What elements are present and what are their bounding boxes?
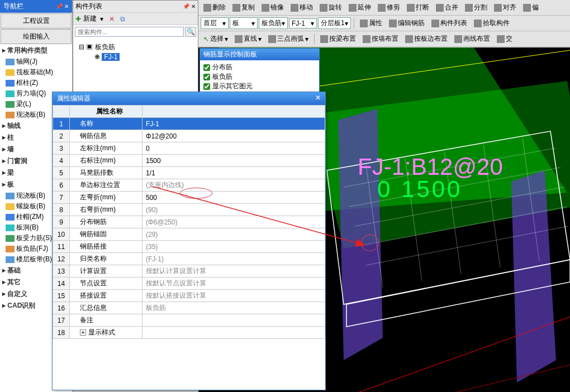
tab-huitu[interactable]: 绘图输入: [1, 29, 72, 44]
toolbar-button[interactable]: 移动: [288, 1, 316, 14]
property-row[interactable]: 17备注: [53, 314, 325, 327]
toolbar-button[interactable]: 构件列表: [429, 17, 470, 30]
property-value[interactable]: (FJ-1): [142, 253, 325, 265]
property-row[interactable]: 18+显示样式: [53, 327, 325, 339]
toolbar-button[interactable]: 修剪: [375, 1, 403, 14]
toolbar-button[interactable]: 对齐: [491, 1, 519, 14]
tree-root[interactable]: 板负筋: [95, 43, 115, 51]
property-row[interactable]: 5马凳筋排数1/1: [53, 167, 325, 179]
checkbox[interactable]: [203, 64, 210, 71]
toolbar-button[interactable]: 按板边布置: [402, 32, 450, 45]
property-value[interactable]: [142, 327, 325, 339]
annotation-target-circle: [361, 235, 379, 251]
toolbar-button[interactable]: 镜像: [259, 1, 287, 14]
property-row[interactable]: 2钢筋信息Φ12@200: [53, 130, 325, 142]
property-value[interactable]: 1/1: [142, 167, 325, 179]
search-input[interactable]: [75, 27, 184, 37]
tree-item-fj1[interactable]: FJ-1: [102, 53, 120, 61]
rebar-checkbox-item[interactable]: 分布筋: [203, 63, 316, 72]
toolbar-button[interactable]: 按墙布置: [360, 32, 401, 45]
new-button[interactable]: 新建: [83, 14, 97, 23]
property-editor-titlebar[interactable]: 属性编辑器 ✕: [53, 92, 325, 105]
copy-button[interactable]: ⧉: [120, 15, 125, 23]
property-value[interactable]: (29): [142, 228, 325, 241]
toolbar-icon: [436, 4, 444, 12]
toolbar-button[interactable]: 删除: [201, 1, 229, 14]
checkbox-label: 分布筋: [212, 63, 232, 72]
property-row[interactable]: 12归类名称(FJ-1): [53, 253, 325, 265]
toolbar-dropdown[interactable]: 板负筋▾: [259, 17, 288, 29]
component-search: 🔍: [73, 25, 198, 39]
row-number: 9: [53, 216, 70, 228]
toolbar-button[interactable]: 按梁布置: [317, 32, 359, 45]
toolbar-button[interactable]: 分割: [462, 1, 490, 14]
property-value[interactable]: 板负筋: [142, 302, 325, 314]
property-value[interactable]: (90): [142, 204, 325, 216]
nav-item[interactable]: 轴网(J): [0, 56, 72, 67]
search-button[interactable]: 🔍: [185, 27, 196, 37]
tab-gongcheng[interactable]: 工程设置: [1, 13, 72, 28]
property-value[interactable]: Φ12@200: [142, 130, 325, 142]
pin-icon[interactable]: 📌 ✕: [183, 3, 196, 9]
property-name: 单边标注位置: [70, 179, 142, 192]
nav-section[interactable]: ▸ 常用构件类型: [0, 45, 72, 56]
property-row[interactable]: 10钢筋锚固(29): [53, 228, 325, 241]
property-value[interactable]: (支座内边线): [142, 179, 325, 192]
property-row[interactable]: 13计算设置按默认计算设置计算: [53, 265, 325, 278]
property-row[interactable]: 9分布钢筋(Φ6@250): [53, 216, 325, 228]
property-value[interactable]: 按默认搭接设置计算: [142, 290, 325, 302]
toolbar-button[interactable]: 交: [494, 32, 515, 45]
toolbar-button[interactable]: 画线布置: [452, 32, 493, 45]
toolbar-button[interactable]: 复制: [230, 1, 258, 14]
toolbar-dropdown[interactable]: 首层▾: [201, 17, 229, 29]
expand-icon[interactable]: +: [80, 329, 86, 336]
property-row[interactable]: 3左标注(mm)0: [53, 142, 325, 155]
close-icon[interactable]: ✕: [315, 94, 321, 103]
toolbar-button[interactable]: ↖选择▾: [201, 32, 231, 45]
property-name: 左弯折(mm): [70, 192, 142, 204]
pin-icon[interactable]: 📌 ✕: [56, 3, 69, 9]
property-row[interactable]: 11钢筋搭接(35): [53, 241, 325, 253]
property-value[interactable]: 1500: [142, 155, 325, 167]
property-row[interactable]: 8右弯折(mm)(90): [53, 204, 325, 216]
toolbar-dropdown[interactable]: FJ-1▾: [289, 18, 317, 28]
toolbar-button[interactable]: 延伸: [346, 1, 374, 14]
component-tree[interactable]: ⊟ ▣ 板负筋 ❋ FJ-1: [73, 39, 198, 65]
toolbar-dropdown[interactable]: 板▾: [230, 17, 258, 29]
checkbox[interactable]: [203, 83, 210, 90]
property-value[interactable]: 0: [142, 142, 325, 155]
delete-button[interactable]: ✕: [109, 15, 115, 23]
toolbar-button[interactable]: 合并: [433, 1, 461, 14]
property-row[interactable]: 6单边标注位置(支座内边线): [53, 179, 325, 192]
property-value[interactable]: 500: [142, 192, 325, 204]
toolbar-dropdown[interactable]: 分层板1▾: [318, 17, 351, 29]
property-row[interactable]: 1名称FJ-1: [53, 118, 325, 130]
property-row[interactable]: 14节点设置按默认节点设置计算: [53, 278, 325, 290]
property-row[interactable]: 7左弯折(mm)500: [53, 192, 325, 204]
viewport-label-dim: 0 1500: [377, 176, 462, 203]
toolbar-button[interactable]: 编辑钢筋: [386, 17, 428, 30]
property-value[interactable]: 按默认节点设置计算: [142, 278, 325, 290]
property-value[interactable]: (Φ6@250): [142, 216, 325, 228]
toolbar-button[interactable]: 旋转: [317, 1, 345, 14]
toolbar-button[interactable]: 偏: [520, 1, 542, 14]
toolbar-button[interactable]: 拾取构件: [471, 17, 512, 30]
property-row[interactable]: 16汇总信息板负筋: [53, 302, 325, 314]
toolbar-button[interactable]: 打断: [404, 1, 432, 14]
property-value[interactable]: (35): [142, 241, 325, 253]
rebar-checkbox-item[interactable]: 板负筋: [203, 72, 316, 82]
nav-item[interactable]: 筏板基础(M): [0, 67, 72, 78]
nav-item[interactable]: 框柱(Z): [0, 78, 72, 88]
property-value[interactable]: [142, 314, 325, 327]
property-value[interactable]: FJ-1: [142, 118, 325, 130]
toolbar-button[interactable]: 三点画弧▾: [265, 32, 311, 45]
property-row[interactable]: 4右标注(mm)1500: [53, 155, 325, 167]
checkbox[interactable]: [203, 74, 210, 80]
property-value[interactable]: 按默认计算设置计算: [142, 265, 325, 278]
property-name: 汇总信息: [70, 302, 142, 314]
toolbar-button[interactable]: 属性: [357, 17, 385, 30]
property-row[interactable]: 15搭接设置按默认搭接设置计算: [53, 290, 325, 302]
rebar-checkbox-item[interactable]: 显示其它图元: [203, 82, 316, 91]
toolbar-button[interactable]: 直线▾: [232, 32, 264, 45]
row-number: 18: [53, 327, 70, 339]
